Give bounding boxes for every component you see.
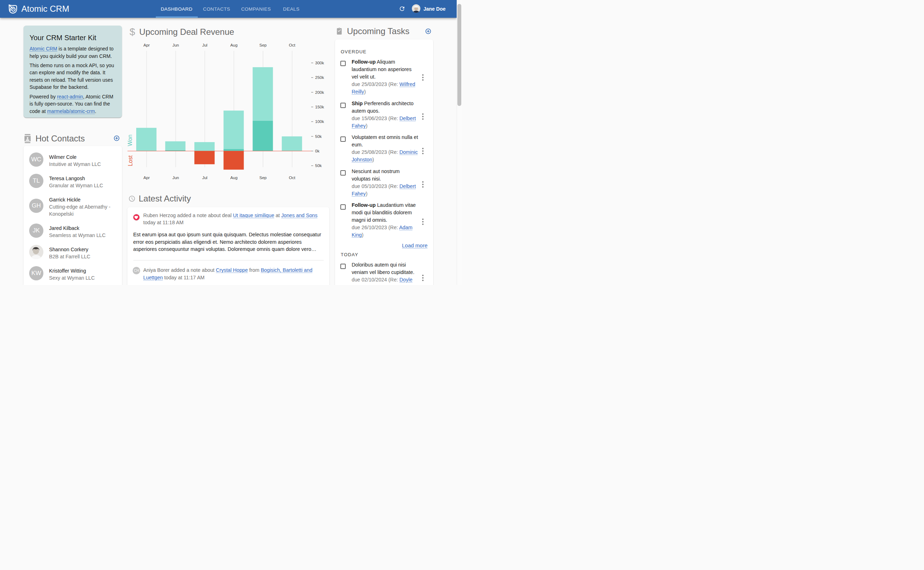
svg-text:Jun: Jun	[172, 176, 179, 180]
svg-text:Oct: Oct	[289, 43, 295, 47]
svg-text:50k: 50k	[315, 164, 322, 168]
svg-text:50k: 50k	[315, 134, 322, 139]
svg-text:Jul: Jul	[202, 176, 208, 180]
svg-text:250k: 250k	[315, 75, 324, 80]
svg-text:Won: Won	[127, 135, 133, 146]
svg-text:Aug: Aug	[230, 176, 237, 180]
svg-text:200k: 200k	[315, 90, 324, 95]
svg-text:Aug: Aug	[230, 43, 237, 47]
svg-text:Apr: Apr	[143, 43, 150, 47]
svg-text:Lost: Lost	[127, 155, 133, 166]
svg-text:100k: 100k	[315, 120, 324, 124]
svg-text:Jul: Jul	[202, 43, 208, 47]
svg-text:Sep: Sep	[259, 176, 266, 180]
svg-text:0k: 0k	[315, 149, 319, 153]
svg-text:Sep: Sep	[259, 43, 266, 47]
svg-text:150k: 150k	[315, 105, 324, 109]
svg-text:300k: 300k	[315, 61, 324, 65]
svg-text:Jun: Jun	[172, 43, 179, 47]
svg-text:Oct: Oct	[289, 176, 295, 180]
svg-text:Apr: Apr	[143, 176, 150, 180]
